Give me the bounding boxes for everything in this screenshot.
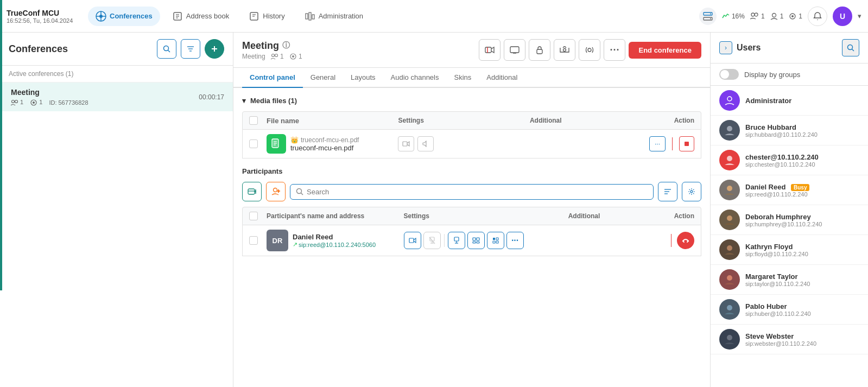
conference-item[interactable]: Meeting 1 1 ID: 567736828 00:00:17 (0, 83, 233, 111)
user-info: Daniel Reed Busy sip:reed@10.110.2.240 (745, 183, 809, 198)
nav-administration[interactable]: Administration (297, 7, 371, 26)
file-settings (398, 136, 529, 151)
conf-id: ID: 567736828 (49, 99, 88, 106)
conference-timer: 00:00:17 (199, 93, 224, 101)
participant-hangup-button[interactable] (677, 232, 694, 249)
user-item[interactable]: Daniel Reed Busy sip:reed@10.110.2.240 (711, 175, 868, 205)
user-info: Kathryn Floyd sip:floyd@10.110.2.240 (745, 243, 808, 257)
administration-icon (305, 11, 315, 22)
svg-point-36 (33, 101, 35, 104)
nav-conferences[interactable]: Conferences (88, 7, 160, 26)
participant-mute-button[interactable] (423, 232, 441, 249)
user-item[interactable]: Kathryn Floyd sip:floyd@10.110.2.240 (711, 235, 868, 265)
svg-rect-75 (477, 238, 479, 240)
participants-search-box[interactable] (290, 184, 654, 200)
search-users-button[interactable] (842, 39, 859, 56)
additional-header: Additional (530, 117, 629, 124)
media-files-section: ▾ Media files (1) File name Settings Add… (242, 97, 701, 158)
nav-addressbook[interactable]: Address book (164, 7, 237, 26)
mute-video-button[interactable] (479, 39, 500, 61)
conf-header-participants: 1 (271, 53, 284, 60)
user-item[interactable]: Steve Webster sip:webster@10.110.2.240 (711, 325, 868, 354)
tab-control-panel[interactable]: Control panel (242, 68, 303, 88)
search-conferences-button[interactable] (157, 39, 176, 59)
participants-settings-button[interactable] (682, 182, 701, 201)
participant-checkbox[interactable] (249, 236, 258, 245)
participant-more-button[interactable]: ··· (506, 232, 524, 249)
user-sip: sip:webster@10.110.2.240 (745, 340, 816, 347)
conferences-panel: Conferences Active conferences (1) Meeti… (0, 33, 233, 387)
participant-avatar: DR (267, 230, 288, 251)
select-all-checkbox[interactable] (249, 116, 258, 125)
user-item[interactable]: chester@10.110.2.240 sip:chester@10.110.… (711, 145, 868, 175)
svg-point-21 (755, 13, 758, 16)
user-item[interactable]: Bruce Hubbard sip:hubbard@10.110.2.240 (711, 116, 868, 145)
action-header: Action (629, 117, 694, 124)
svg-line-83 (687, 241, 688, 242)
tab-additional[interactable]: Additional (479, 68, 525, 88)
user-item[interactable]: Margaret Taylor sip:taylor@10.110.2.240 (711, 265, 868, 295)
media-files-header[interactable]: ▾ Media files (1) (242, 97, 701, 105)
end-conference-button[interactable]: End conference (629, 42, 701, 59)
user-info: Administrator (745, 97, 791, 105)
screen-share-button[interactable] (504, 39, 525, 61)
file-checkbox[interactable] (249, 139, 258, 148)
svg-rect-80 (493, 241, 495, 243)
participant-audio-button[interactable] (448, 232, 465, 249)
filter-conferences-button[interactable] (181, 39, 200, 59)
svg-rect-68 (409, 238, 414, 243)
tab-audio-channels[interactable]: Audio channels (383, 68, 447, 88)
file-video-button[interactable] (398, 136, 414, 151)
select-all-participants-checkbox[interactable] (249, 212, 258, 220)
user-sip: sip:reed@10.110.2.240 (745, 191, 809, 198)
search-input[interactable] (307, 188, 648, 196)
add-participant-button[interactable] (266, 182, 286, 201)
lock-button[interactable] (529, 39, 550, 61)
tab-general[interactable]: General (303, 68, 343, 88)
user-sip: sip:chester@10.110.2.240 (745, 161, 819, 168)
more-options-button[interactable]: ··· (604, 39, 625, 61)
file-more-button[interactable]: ··· (649, 136, 666, 151)
nav-history[interactable]: History (241, 7, 292, 26)
user-dropdown-arrow[interactable]: ▾ (858, 12, 861, 20)
participant-name-header: Participant's name and address (267, 212, 404, 220)
addressbook-label: Address book (186, 12, 230, 20)
user-item[interactable]: Deborah Humphrey sip:humphrey@10.110.2.2… (711, 205, 868, 235)
busy-badge: Busy (791, 184, 809, 191)
svg-point-38 (275, 54, 277, 57)
participant-layout-button[interactable] (467, 232, 485, 249)
add-to-conference-button[interactable] (242, 182, 262, 201)
user-avatar-button[interactable]: U (833, 7, 852, 26)
camera-button[interactable] (554, 39, 575, 61)
svg-point-67 (690, 191, 693, 193)
sort-participants-button[interactable] (658, 182, 677, 201)
file-stop-button[interactable] (679, 136, 694, 151)
svg-point-20 (751, 13, 755, 16)
user-name: Bruce Hubbard (745, 123, 818, 131)
tab-skins[interactable]: Skins (446, 68, 479, 88)
tab-layouts[interactable]: Layouts (343, 68, 383, 88)
user-item[interactable]: Pablo Huber sip:huber@10.110.2.240 (711, 295, 868, 325)
file-audio-button[interactable] (417, 136, 434, 151)
svg-point-93 (727, 305, 732, 310)
user-name: Steve Webster (745, 332, 816, 340)
user-info: Steve Webster sip:webster@10.110.2.240 (745, 332, 816, 347)
center-tabs: Control panel General Layouts Audio chan… (233, 68, 710, 88)
participant-divider (671, 234, 671, 247)
svg-rect-77 (477, 242, 479, 243)
participant-grid-button[interactable] (487, 232, 504, 249)
user-name: Margaret Taylor (745, 272, 810, 281)
svg-point-94 (727, 335, 732, 340)
display-groups-toggle[interactable] (719, 69, 739, 80)
conf-info-icon[interactable]: ⓘ (282, 41, 290, 50)
stat-count2: 1 (770, 12, 784, 20)
administration-label: Administration (319, 12, 363, 20)
user-item[interactable]: Administrator (711, 86, 868, 116)
add-conference-button[interactable] (205, 39, 224, 59)
file-info: 👑 trueconf-mcu-en.pdf trueconf-mcu-en.pd… (290, 136, 359, 152)
participant-video-button[interactable] (404, 232, 421, 249)
notifications-button[interactable] (808, 7, 827, 26)
broadcast-button[interactable] (579, 39, 600, 61)
collapse-icon: ▾ (242, 97, 246, 105)
collapse-users-button[interactable]: › (719, 41, 732, 54)
